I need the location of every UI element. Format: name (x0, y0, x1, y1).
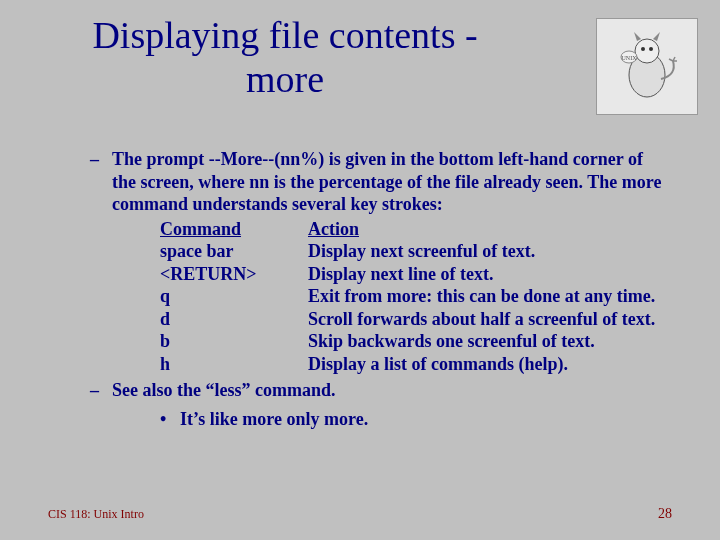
table-row: space bar Display next screenful of text… (160, 240, 670, 263)
command-table: Command Action space bar Display next sc… (160, 218, 670, 376)
cmd-cell: space bar (160, 240, 308, 263)
bullet-prompt: The prompt --More--(nn%) is given in the… (90, 148, 670, 375)
sub-bullet: It’s like more only more. (160, 408, 670, 431)
cmd-cell: <RETURN> (160, 263, 308, 286)
cmd-cell: h (160, 353, 308, 376)
daemon-icon: UNIX (607, 27, 687, 107)
svg-point-1 (635, 39, 659, 63)
header-action: Action (308, 218, 670, 241)
title-line-2: more (246, 58, 324, 100)
cmd-cell: q (160, 285, 308, 308)
table-row: <RETURN> Display next line of text. (160, 263, 670, 286)
action-cell: Display a list of commands (help). (308, 353, 670, 376)
header-command: Command (160, 218, 308, 241)
bullet-prompt-text: The prompt --More--(nn%) is given in the… (112, 149, 661, 214)
action-cell: Exit from more: this can be done at any … (308, 285, 670, 308)
action-cell: Scroll forwards about half a screenful o… (308, 308, 670, 331)
action-cell: Display next screenful of text. (308, 240, 670, 263)
table-row: b Skip backwards one screenful of text. (160, 330, 670, 353)
slide-title: Displaying file contents - more (0, 14, 570, 101)
cmd-cell: b (160, 330, 308, 353)
sub-bullet-text: It’s like more only more. (180, 409, 368, 429)
mascot-image: UNIX (596, 18, 698, 115)
action-cell: Display next line of text. (308, 263, 670, 286)
footer-page-number: 28 (658, 506, 672, 522)
slide: Displaying file contents - more UNIX The… (0, 0, 720, 540)
table-row: d Scroll forwards about half a screenful… (160, 308, 670, 331)
table-row: q Exit from more: this can be done at an… (160, 285, 670, 308)
action-cell: Skip backwards one screenful of text. (308, 330, 670, 353)
svg-point-2 (641, 47, 645, 51)
bullet-see-also: See also the “less” command. It’s like m… (90, 379, 670, 430)
table-row: h Display a list of commands (help). (160, 353, 670, 376)
see-also-text: See also the “less” command. (112, 380, 336, 400)
svg-point-3 (649, 47, 653, 51)
table-header-row: Command Action (160, 218, 670, 241)
title-line-1: Displaying file contents - (92, 14, 477, 56)
content-area: The prompt --More--(nn%) is given in the… (90, 148, 670, 434)
cmd-cell: d (160, 308, 308, 331)
svg-text:UNIX: UNIX (622, 55, 638, 61)
footer-course: CIS 118: Unix Intro (48, 507, 144, 522)
